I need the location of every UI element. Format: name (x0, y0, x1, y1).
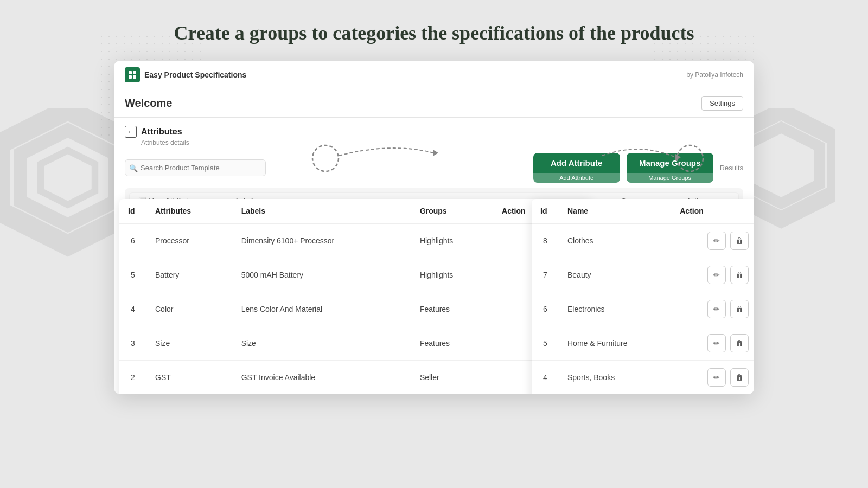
groups-col-name: Name (559, 199, 671, 223)
groups-table-row: 4 Sports, Books ✏ 🗑 (532, 361, 754, 395)
group-name: Beauty (559, 258, 671, 292)
breadcrumb: ← Attributes (125, 126, 743, 138)
attr-groups: Features (411, 292, 493, 326)
attr-id: 4 (119, 292, 146, 326)
back-button[interactable]: ← (125, 126, 137, 138)
app-logo: Easy Product Specifications (125, 67, 246, 82)
group-actions: ✏ 🗑 (671, 326, 754, 361)
group-name: Electronics (559, 292, 671, 326)
group-name: Clothes (559, 223, 671, 258)
page-title: Create a groups to categories the specif… (174, 22, 694, 44)
groups-col-action: Action (671, 199, 754, 223)
add-attribute-label: Add Attribute (540, 153, 613, 173)
attr-id: 6 (119, 223, 146, 258)
attributes-section: ← Attributes Attributes details 🔍 (114, 118, 754, 183)
attr-id: 5 (119, 258, 146, 292)
edit-group-button[interactable]: ✏ (707, 232, 726, 250)
app-name: Easy Product Specifications (144, 70, 246, 79)
app-window: Easy Product Specifications by Patoliya … (114, 61, 754, 394)
svg-rect-6 (133, 71, 136, 74)
attr-name: Color (146, 292, 233, 326)
byline: by Patoliya Infotech (686, 71, 743, 79)
results-label: Results (720, 164, 743, 172)
edit-group-button[interactable]: ✏ (707, 368, 726, 387)
attributes-data-table: Id Attributes Labels Groups Action 6 Pro… (119, 199, 591, 394)
group-id: 7 (532, 258, 559, 292)
search-input[interactable] (125, 159, 266, 176)
svg-point-9 (312, 145, 339, 171)
groups-table-row: 7 Beauty ✏ 🗑 (532, 258, 754, 292)
svg-marker-10 (433, 150, 438, 156)
delete-group-button[interactable]: 🗑 (730, 334, 749, 352)
attributes-table-row: 5 Battery 5000 mAH Battery Highlights ✏ … (119, 258, 591, 292)
app-header: Easy Product Specifications by Patoliya … (114, 61, 754, 89)
group-id: 4 (532, 361, 559, 395)
attr-labels: 5000 mAH Battery (233, 258, 411, 292)
group-actions: ✏ 🗑 (671, 258, 754, 292)
svg-rect-7 (129, 75, 132, 79)
col-groups: Groups (411, 199, 493, 223)
attr-labels: Size (233, 326, 411, 361)
breadcrumb-subtitle: Attributes details (125, 139, 743, 146)
edit-group-button[interactable]: ✏ (707, 300, 726, 318)
groups-table: Id Name Action 8 Clothes ✏ 🗑 7 Beauty ✏ … (532, 199, 754, 394)
groups-col-id: Id (532, 199, 559, 223)
group-actions: ✏ 🗑 (671, 223, 754, 258)
manage-groups-label: Manage Groups (628, 153, 711, 173)
attr-groups: Highlights (411, 223, 493, 258)
groups-table-row: 6 Electronics ✏ 🗑 (532, 292, 754, 326)
attr-groups: Seller (411, 361, 493, 395)
groups-table-row: 5 Home & Furniture ✏ 🗑 (532, 326, 754, 361)
delete-group-button[interactable]: 🗑 (730, 266, 749, 284)
groups-table-row: 8 Clothes ✏ 🗑 (532, 223, 754, 258)
col-id: Id (119, 199, 146, 223)
group-name: Home & Furniture (559, 326, 671, 361)
edit-group-button[interactable]: ✏ (707, 334, 726, 352)
manage-groups-button[interactable]: Manage Groups Manage Groups (627, 153, 713, 183)
attributes-table-row: 2 GST GST Invoice Available Seller ✏ 🗑 (119, 361, 591, 395)
welcome-bar: Welcome Settings (114, 89, 754, 118)
toolbar: 🔍 Add Attribute Add Attribute Manage Gro… (125, 153, 743, 183)
delete-group-button[interactable]: 🗑 (730, 232, 749, 250)
manage-groups-sublabel: Manage Groups (627, 173, 713, 183)
attr-labels: GST Invoice Available (233, 361, 411, 395)
delete-group-button[interactable]: 🗑 (730, 368, 749, 387)
add-attribute-sublabel: Add Attribute (533, 173, 620, 183)
edit-group-button[interactable]: ✏ (707, 266, 726, 284)
group-name: Sports, Books (559, 361, 671, 395)
attributes-table: Id Attributes Labels Groups Action 6 Pro… (119, 199, 591, 394)
col-attributes: Attributes (146, 199, 233, 223)
attr-id: 3 (119, 326, 146, 361)
svg-rect-5 (129, 71, 132, 74)
attr-name: Processor (146, 223, 233, 258)
attr-groups: Highlights (411, 258, 493, 292)
search-wrap: 🔍 (125, 159, 266, 176)
welcome-text: Welcome (125, 97, 172, 110)
group-id: 6 (532, 292, 559, 326)
attributes-table-row: 3 Size Size Features ✏ 🗑 (119, 326, 591, 361)
main-content: ⬜ Id Attributes Labels ▼ Groups Action ▼… (114, 188, 754, 394)
attributes-table-row: 4 Color Lens Color And Material Features… (119, 292, 591, 326)
breadcrumb-title: Attributes (141, 127, 182, 137)
attr-labels: Lens Color And Material (233, 292, 411, 326)
group-actions: ✏ 🗑 (671, 292, 754, 326)
search-icon: 🔍 (129, 164, 138, 172)
attr-name: Battery (146, 258, 233, 292)
settings-button[interactable]: Settings (701, 96, 743, 111)
delete-group-button[interactable]: 🗑 (730, 300, 749, 318)
add-attribute-button[interactable]: Add Attribute Add Attribute (533, 153, 620, 183)
attr-name: Size (146, 326, 233, 361)
attr-id: 2 (119, 361, 146, 395)
attr-groups: Features (411, 326, 493, 361)
attributes-table-row: 6 Processor Dimensity 6100+ Processor Hi… (119, 223, 591, 258)
attr-labels: Dimensity 6100+ Processor (233, 223, 411, 258)
app-logo-icon (125, 67, 140, 82)
group-id: 5 (532, 326, 559, 361)
group-id: 8 (532, 223, 559, 258)
col-labels: Labels (233, 199, 411, 223)
attr-name: GST (146, 361, 233, 395)
group-actions: ✏ 🗑 (671, 361, 754, 395)
groups-data-table: Id Name Action 8 Clothes ✏ 🗑 7 Beauty ✏ … (532, 199, 754, 394)
svg-rect-8 (133, 75, 136, 79)
